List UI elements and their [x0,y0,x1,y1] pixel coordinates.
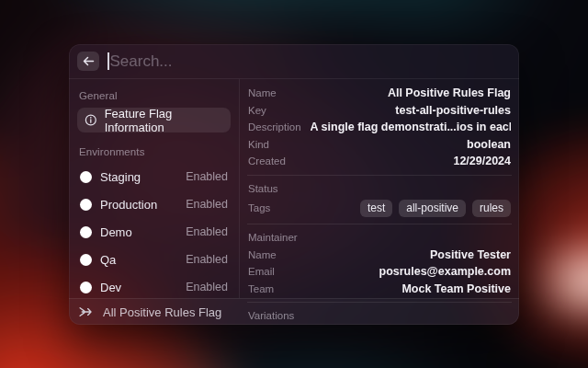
env-dot-icon [80,199,92,211]
back-button[interactable] [77,52,99,71]
detail-row-tags: Tags test all-positive rules [247,197,512,219]
launcher-window: General Feature Flag Information Environ… [69,44,519,325]
sidebar-item-label: Feature Flag Information [105,107,223,134]
sidebar-item-qa[interactable]: Qa Enabled [77,246,231,273]
detail-row-key: Key test-all-positive-rules [247,102,512,120]
env-state: Enabled [186,253,228,266]
search-bar [69,44,519,79]
desktop: General Feature Flag Information Environ… [0,0,588,368]
field-value: 12/29/2024 [295,155,511,167]
go-to-arrow-icon [78,305,94,318]
field-value: A single flag demonstrati...ios in each … [311,121,511,133]
tag-chip: test [360,200,392,217]
field-value: posrules@example.com [284,265,511,278]
env-dot-icon [80,171,92,183]
env-name: Dev [100,281,177,294]
arrow-left-icon [83,56,95,66]
field-label: Email [248,266,275,277]
detail-panel: Name All Positive Rules Flag Key test-al… [240,79,519,298]
divider [247,224,512,224]
tag-chip: all-positive [399,200,466,217]
field-value: All Positive Rules Flag [286,86,511,99]
field-value: test-all-positive-rules [276,104,511,117]
field-value: Positive Tester [286,248,511,261]
env-state: Enabled [186,281,228,293]
field-label: Name [248,87,277,98]
detail-row-status: Status [247,180,512,198]
detail-row-name: Name All Positive Rules Flag [247,85,512,102]
field-label: Key [248,105,266,116]
field-label: Status [248,183,278,194]
field-value: Mock Team Positive [283,282,511,295]
field-label: Tags [248,202,270,213]
env-dot-icon [80,282,92,293]
detail-row-description: Description A single flag demonstrati...… [247,119,512,136]
field-label: Name [248,249,277,260]
window-content: General Feature Flag Information Environ… [69,79,519,298]
sidebar-item-feature-flag-information[interactable]: Feature Flag Information [77,108,231,132]
field-value: boolean [278,138,511,151]
env-state: Enabled [186,170,228,183]
detail-row-maintainer-email: Email posrules@example.com [247,263,512,281]
sidebar: General Feature Flag Information Environ… [69,79,240,298]
detail-row-maintainer-team: Team Mock Team Positive [247,281,512,298]
detail-row-created: Created 12/29/2024 [247,153,512,170]
sidebar-item-dev[interactable]: Dev Enabled [77,273,231,301]
sidebar-item-demo[interactable]: Demo Enabled [77,218,231,246]
search-input[interactable] [110,52,509,71]
env-name: Staging [100,170,177,184]
detail-row-maintainer-name: Name Positive Tester [247,247,512,264]
env-name: Qa [100,253,177,267]
section-label: Maintainer [248,232,298,243]
env-dot-icon [80,254,92,266]
env-name: Production [100,198,177,212]
footer-action-bar[interactable]: All Positive Rules Flag [69,298,519,325]
field-label: Team [248,283,274,294]
field-label: Kind [248,139,269,150]
detail-row-kind: Kind boolean [247,136,512,154]
field-label: Description [248,121,301,132]
env-name: Demo [100,225,177,239]
divider [247,175,512,176]
tag-chip: rules [472,200,511,217]
env-state: Enabled [186,198,228,211]
sidebar-item-production[interactable]: Production Enabled [77,190,231,218]
tags-list: test all-positive rules [279,200,511,217]
footer-action-label: All Positive Rules Flag [103,305,221,319]
env-dot-icon [80,226,92,238]
text-caret [107,52,109,70]
sidebar-item-staging[interactable]: Staging Enabled [77,163,231,190]
sidebar-section-general: General [79,90,231,101]
env-state: Enabled [186,225,228,238]
detail-section-maintainer: Maintainer [247,229,512,247]
sidebar-section-environments: Environments [79,146,231,157]
info-icon [85,113,97,127]
field-label: Created [248,155,286,167]
